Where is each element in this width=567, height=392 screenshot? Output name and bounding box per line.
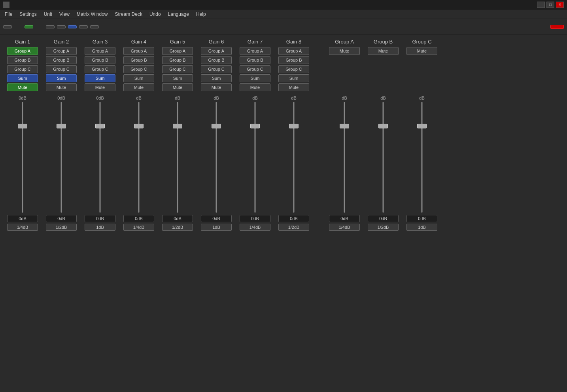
snapshot-button[interactable] bbox=[3, 25, 12, 28]
group-a-btn-1[interactable]: Group A bbox=[7, 47, 38, 55]
fader-handle-5[interactable] bbox=[173, 124, 182, 128]
step-btn-3[interactable]: 1dB bbox=[85, 224, 115, 231]
gain-button[interactable] bbox=[25, 25, 33, 28]
group-mute-btn-1[interactable]: Mute bbox=[329, 47, 360, 55]
group-fader-handle-2[interactable] bbox=[378, 124, 388, 128]
sum-btn-6[interactable]: Sum bbox=[201, 74, 232, 82]
xp-euro-button[interactable] bbox=[550, 25, 564, 29]
fader-db-value-4[interactable]: 0dB bbox=[123, 215, 154, 222]
fader-container-5[interactable] bbox=[172, 102, 183, 213]
fader-db-value-2[interactable]: 0dB bbox=[46, 215, 77, 222]
fader-handle-2[interactable] bbox=[57, 124, 66, 128]
sum-btn-5[interactable]: Sum bbox=[162, 74, 193, 82]
group-b-btn-7[interactable]: Group B bbox=[240, 56, 270, 64]
fader-db-value-3[interactable]: 0dB bbox=[85, 215, 115, 222]
sum-btn-3[interactable]: Sum bbox=[85, 74, 115, 82]
fader-container-2[interactable] bbox=[55, 102, 67, 213]
new-button[interactable] bbox=[79, 25, 88, 28]
group-b-btn-1[interactable]: Group B bbox=[7, 56, 38, 64]
group-step-btn-2[interactable]: 1/2dB bbox=[368, 224, 399, 231]
group-fader-container-1[interactable] bbox=[338, 102, 350, 213]
group-c-btn-2[interactable]: Group C bbox=[46, 65, 77, 73]
mute-btn-3[interactable]: Mute bbox=[85, 83, 115, 91]
fader-db-value-6[interactable]: 0dB bbox=[201, 215, 232, 222]
group-step-btn-1[interactable]: 1/4dB bbox=[329, 224, 360, 231]
alias-button[interactable] bbox=[46, 25, 55, 28]
group-b-btn-8[interactable]: Group B bbox=[278, 56, 309, 64]
fader-db-value-5[interactable]: 0dB bbox=[162, 215, 193, 222]
group-c-btn-3[interactable]: Group C bbox=[85, 65, 115, 73]
maximize-button[interactable]: □ bbox=[546, 2, 554, 8]
sum-btn-7[interactable]: Sum bbox=[240, 74, 270, 82]
sum-btn-4[interactable]: Sum bbox=[123, 74, 154, 82]
group-fader-container-3[interactable] bbox=[416, 102, 428, 213]
step-btn-5[interactable]: 1/2dB bbox=[162, 224, 193, 231]
group-c-btn-4[interactable]: Group C bbox=[123, 65, 154, 73]
step-btn-4[interactable]: 1/4dB bbox=[123, 224, 154, 231]
group-c-btn-6[interactable]: Group C bbox=[201, 65, 232, 73]
fader-db-value-7[interactable]: 0dB bbox=[240, 215, 270, 222]
group-step-btn-3[interactable]: 1dB bbox=[406, 224, 437, 231]
fader-handle-3[interactable] bbox=[95, 124, 105, 128]
group-a-btn-2[interactable]: Group A bbox=[46, 47, 77, 55]
menu-settings[interactable]: Settings bbox=[16, 11, 40, 18]
group-c-btn-7[interactable]: Group C bbox=[240, 65, 270, 73]
group-a-btn-6[interactable]: Group A bbox=[201, 47, 232, 55]
sum-btn-8[interactable]: Sum bbox=[278, 74, 309, 82]
menu-language[interactable]: Language bbox=[165, 11, 192, 18]
fader-handle-6[interactable] bbox=[212, 124, 221, 128]
fader-handle-8[interactable] bbox=[289, 124, 299, 128]
fader-container-1[interactable] bbox=[17, 102, 28, 213]
group-a-btn-4[interactable]: Group A bbox=[123, 47, 154, 55]
menu-file[interactable]: File bbox=[2, 11, 15, 18]
group-a-btn-3[interactable]: Group A bbox=[85, 47, 115, 55]
group-fader-handle-3[interactable] bbox=[417, 124, 427, 128]
step-btn-6[interactable]: 1dB bbox=[201, 224, 232, 231]
fader-container-7[interactable] bbox=[249, 102, 261, 213]
group-b-btn-6[interactable]: Group B bbox=[201, 56, 232, 64]
step-btn-7[interactable]: 1/4dB bbox=[240, 224, 270, 231]
group-fader-container-2[interactable] bbox=[377, 102, 389, 213]
close-button[interactable]: ✕ bbox=[556, 2, 564, 8]
titlebar-controls[interactable]: – □ ✕ bbox=[537, 2, 564, 8]
fader-container-4[interactable] bbox=[133, 102, 145, 213]
menu-stream-deck[interactable]: Stream Deck bbox=[112, 11, 146, 18]
mute-btn-5[interactable]: Mute bbox=[162, 83, 193, 91]
group-mute-btn-2[interactable]: Mute bbox=[368, 47, 399, 55]
group-c-btn-1[interactable]: Group C bbox=[7, 65, 38, 73]
group-c-btn-8[interactable]: Group C bbox=[278, 65, 309, 73]
menu-unit[interactable]: Unit bbox=[41, 11, 55, 18]
fader-container-6[interactable] bbox=[210, 102, 222, 213]
mute-btn-2[interactable]: Mute bbox=[46, 83, 77, 91]
fader-handle-7[interactable] bbox=[250, 124, 260, 128]
step-btn-2[interactable]: 1/2dB bbox=[46, 224, 77, 231]
step-btn-1[interactable]: 1/4dB bbox=[7, 224, 38, 231]
fader-db-value-1[interactable]: 0dB bbox=[7, 215, 38, 222]
menu-undo[interactable]: Undo bbox=[146, 11, 164, 18]
minimize-button[interactable]: – bbox=[537, 2, 545, 8]
menu-matrix-window[interactable]: Matrix Window bbox=[74, 11, 111, 18]
fader-container-8[interactable] bbox=[288, 102, 300, 213]
group-b-btn-2[interactable]: Group B bbox=[46, 56, 77, 64]
group-mute-btn-3[interactable]: Mute bbox=[406, 47, 437, 55]
group-b-btn-5[interactable]: Group B bbox=[162, 56, 193, 64]
group-a-btn-8[interactable]: Group A bbox=[278, 47, 309, 55]
mute-btn-1[interactable]: Mute bbox=[7, 83, 38, 91]
group-fader-db-value-1[interactable]: 0dB bbox=[329, 215, 360, 222]
fader-handle-4[interactable] bbox=[134, 124, 144, 128]
multiple-button[interactable] bbox=[90, 25, 99, 28]
mute-btn-6[interactable]: Mute bbox=[201, 83, 232, 91]
group-b-btn-3[interactable]: Group B bbox=[85, 56, 115, 64]
x1-button[interactable] bbox=[57, 25, 66, 28]
group-fader-db-value-2[interactable]: 0dB bbox=[368, 215, 399, 222]
group-a-btn-5[interactable]: Group A bbox=[162, 47, 193, 55]
fader-handle-1[interactable] bbox=[18, 124, 27, 128]
group-a-btn-7[interactable]: Group A bbox=[240, 47, 270, 55]
mute-btn-4[interactable]: Mute bbox=[123, 83, 154, 91]
group-b-btn-4[interactable]: Group B bbox=[123, 56, 154, 64]
group-fader-handle-1[interactable] bbox=[340, 124, 349, 128]
mute-btn-8[interactable]: Mute bbox=[278, 83, 309, 91]
sum-btn-1[interactable]: Sum bbox=[7, 74, 38, 82]
g1-button[interactable] bbox=[68, 25, 77, 28]
fader-container-3[interactable] bbox=[94, 102, 106, 213]
